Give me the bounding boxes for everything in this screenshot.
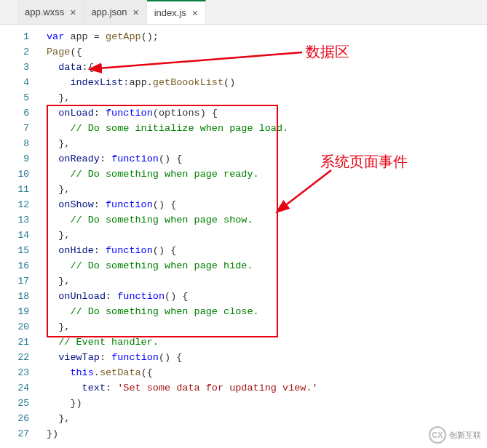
code-line[interactable]: data:{ bbox=[47, 60, 487, 75]
code-line[interactable]: // Do something when page ready. bbox=[47, 167, 487, 182]
line-number: 12 bbox=[0, 197, 29, 212]
line-number: 15 bbox=[0, 243, 29, 258]
code-line[interactable]: Page({ bbox=[47, 44, 487, 60]
line-number: 10 bbox=[0, 167, 29, 182]
line-number-gutter: 1234567891011121314151617181920212223242… bbox=[0, 25, 41, 448]
tab-label: index.js bbox=[154, 7, 186, 18]
line-number: 18 bbox=[0, 289, 29, 304]
code-line[interactable]: indexList:app.getBoookList() bbox=[47, 75, 487, 90]
code-line[interactable]: this.setData({ bbox=[47, 365, 487, 380]
line-number: 9 bbox=[0, 151, 29, 167]
tab-index-js[interactable]: index.js × bbox=[147, 0, 206, 24]
line-number: 1 bbox=[0, 29, 29, 44]
close-icon[interactable]: × bbox=[133, 7, 139, 18]
line-number: 24 bbox=[0, 380, 29, 396]
code-line[interactable]: onUnload: function() { bbox=[47, 289, 487, 304]
code-line[interactable]: // Do some initialize when page load. bbox=[47, 121, 487, 136]
close-icon[interactable]: × bbox=[192, 7, 198, 19]
line-number: 8 bbox=[0, 136, 29, 151]
code-line[interactable]: text: 'Set some data for updating view.' bbox=[47, 380, 487, 396]
line-number: 13 bbox=[0, 212, 29, 228]
code-line[interactable]: }, bbox=[47, 182, 487, 197]
line-number: 11 bbox=[0, 182, 29, 197]
line-number: 14 bbox=[0, 228, 29, 243]
line-number: 22 bbox=[0, 350, 29, 365]
watermark-logo-icon: CX bbox=[429, 426, 446, 444]
code-line[interactable]: onLoad: function(options) { bbox=[47, 105, 487, 121]
code-line[interactable]: onReady: function() { bbox=[47, 151, 487, 167]
tab-label: app.json bbox=[91, 7, 127, 17]
code-line[interactable]: onHide: function() { bbox=[47, 243, 487, 258]
line-number: 3 bbox=[0, 60, 29, 75]
code-line[interactable]: // Do something when page close. bbox=[47, 304, 487, 319]
tab-app-json[interactable]: app.json × bbox=[84, 0, 146, 24]
line-number: 17 bbox=[0, 273, 29, 289]
code-line[interactable]: // Do something when page hide. bbox=[47, 258, 487, 273]
line-number: 2 bbox=[0, 44, 29, 60]
line-number: 4 bbox=[0, 75, 29, 90]
line-number: 16 bbox=[0, 258, 29, 273]
line-number: 27 bbox=[0, 426, 29, 441]
code-line[interactable]: }, bbox=[47, 411, 487, 426]
close-icon[interactable]: × bbox=[70, 7, 76, 18]
code-line[interactable]: var app = getApp(); bbox=[47, 29, 487, 44]
code-editor[interactable]: 1234567891011121314151617181920212223242… bbox=[0, 25, 487, 448]
line-number: 26 bbox=[0, 411, 29, 426]
tab-app-wxss[interactable]: app.wxss × bbox=[17, 0, 84, 24]
code-line[interactable]: }) bbox=[47, 426, 487, 441]
line-number: 19 bbox=[0, 304, 29, 319]
code-line[interactable]: }) bbox=[47, 396, 487, 411]
code-area[interactable]: var app = getApp();Page({ data:{ indexLi… bbox=[41, 25, 487, 448]
line-number: 25 bbox=[0, 396, 29, 411]
code-line[interactable]: }, bbox=[47, 90, 487, 105]
line-number: 20 bbox=[0, 319, 29, 335]
code-line[interactable]: // Do something when page show. bbox=[47, 212, 487, 228]
code-line[interactable]: }, bbox=[47, 228, 487, 243]
line-number: 21 bbox=[0, 335, 29, 350]
line-number: 7 bbox=[0, 121, 29, 136]
code-line[interactable]: onShow: function() { bbox=[47, 197, 487, 212]
code-line[interactable]: viewTap: function() { bbox=[47, 350, 487, 365]
watermark: CX 创新互联 bbox=[429, 426, 481, 444]
code-line[interactable]: }, bbox=[47, 319, 487, 335]
code-line[interactable]: }, bbox=[47, 273, 487, 289]
line-number: 6 bbox=[0, 105, 29, 121]
tab-label: app.wxss bbox=[25, 7, 64, 17]
line-number: 23 bbox=[0, 365, 29, 380]
code-line[interactable]: // Event handler. bbox=[47, 335, 487, 350]
editor-tab-bar: app.wxss × app.json × index.js × bbox=[0, 0, 487, 25]
code-line[interactable]: }, bbox=[47, 136, 487, 151]
line-number: 5 bbox=[0, 90, 29, 105]
watermark-text: 创新互联 bbox=[449, 430, 481, 441]
